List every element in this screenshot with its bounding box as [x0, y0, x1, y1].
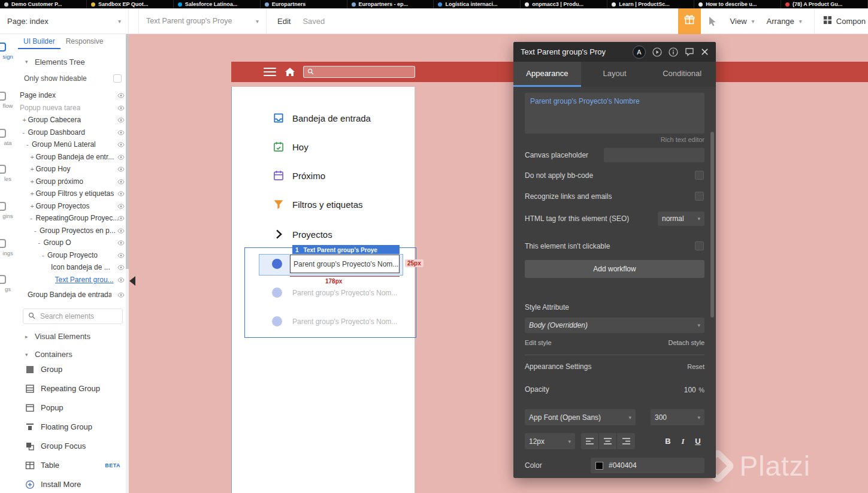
sidebar-collapse-handle[interactable]	[129, 276, 135, 286]
palette-item-repeating-group[interactable]: Repeating Group	[16, 379, 129, 398]
view-menu[interactable]: View ▾	[724, 17, 761, 26]
selected-element-badge[interactable]: 1 Text Parent group's Proye	[292, 245, 400, 255]
browser-tab[interactable]: Sandbox EP Quot...	[87, 0, 174, 8]
tree-row[interactable]: + Group próximo	[16, 176, 129, 188]
page-selector[interactable]: Page: index ▾	[0, 8, 129, 34]
gift-button[interactable]	[678, 8, 701, 34]
sidebar-scrollbar-thumb[interactable]	[126, 34, 129, 269]
close-icon[interactable]	[701, 48, 709, 56]
menu-item-projects[interactable]: Proyectos	[232, 225, 415, 244]
comment-icon[interactable]	[685, 47, 694, 56]
browser-tab[interactable]: Logística internaci...	[434, 0, 521, 8]
browser-tab[interactable]: Europartners - ep...	[347, 0, 434, 8]
eye-icon[interactable]	[117, 117, 125, 123]
inspector-scrollb​ar-thumb[interactable]	[710, 132, 714, 317]
tab-appearance[interactable]: Appearance	[513, 62, 581, 87]
tree-row[interactable]: - Group Dashboard	[16, 126, 129, 139]
html-tag-select[interactable]: normal ▾	[658, 211, 704, 226]
left-nav-item[interactable]: gs	[0, 275, 16, 292]
avatar[interactable]: A	[633, 46, 646, 59]
italic-button[interactable]: I	[676, 433, 689, 449]
tree-row[interactable]: Text Parent grou...	[16, 274, 129, 286]
add-workflow-button[interactable]: Add workflow	[525, 260, 704, 278]
element-selector[interactable]: Text Parent group's Proye ▾	[138, 8, 267, 34]
tab-layout[interactable]: Layout	[581, 62, 649, 87]
left-nav-item[interactable]: gins	[0, 202, 16, 219]
eye-icon[interactable]	[117, 191, 125, 196]
left-nav-item[interactable]: ings	[0, 239, 16, 256]
elements-tree-header[interactable]: ▾ Elements Tree	[16, 56, 129, 67]
tree-row[interactable]: - Group Proyectos en p...	[16, 225, 129, 237]
browser-tab[interactable]: (78) A Product Gu...	[781, 0, 868, 8]
element-text-input[interactable]: Parent group's Proyecto's Nombre	[525, 93, 704, 134]
not-clickable-checkbox[interactable]	[695, 241, 704, 250]
search-elements-input[interactable]: Search elements	[23, 308, 123, 324]
expander-icon[interactable]: +	[31, 190, 36, 197]
palette-item-table[interactable]: Table BETA	[16, 456, 129, 475]
visual-elements-header[interactable]: ▸ Visual Elements	[16, 331, 129, 342]
only-show-hideable-checkbox[interactable]	[113, 74, 122, 83]
eye-icon[interactable]	[117, 130, 125, 135]
font-weight-select[interactable]: 300 ▾	[651, 409, 704, 425]
expander-icon[interactable]: +	[31, 178, 36, 185]
canvas-placeholder-input[interactable]	[604, 148, 704, 162]
tab-responsive[interactable]: Responsive	[61, 35, 109, 49]
eye-icon[interactable]	[117, 240, 125, 246]
expander-icon[interactable]: -	[31, 214, 36, 222]
eye-icon[interactable]	[117, 228, 125, 234]
detach-style-link[interactable]: Detach style	[668, 339, 704, 346]
left-nav-item[interactable]: les	[0, 165, 16, 182]
expander-icon[interactable]: +	[23, 116, 28, 123]
browser-tab[interactable]: How to describe u...	[694, 0, 781, 8]
bold-button[interactable]: B	[661, 433, 675, 449]
font-family-select[interactable]: App Font (Open Sans) ▾	[525, 409, 636, 425]
components-button[interactable]: Compon	[814, 8, 868, 34]
left-nav-item[interactable]: sign	[0, 43, 16, 60]
arrange-menu[interactable]: Arrange ▾	[761, 17, 808, 26]
left-nav-item[interactable]: flow	[0, 92, 16, 109]
reset-link[interactable]: Reset	[687, 363, 704, 370]
tree-row[interactable]: + Group Filtros y etiquetas	[16, 187, 129, 200]
tree-row[interactable]: Popup nueva tarea	[16, 102, 129, 114]
eye-icon[interactable]	[117, 277, 125, 283]
eye-icon[interactable]	[117, 292, 125, 298]
tree-row[interactable]: Group Bandeja de entrada	[16, 289, 129, 301]
sidebar-menu-group[interactable]: Bandeja de entrada Hoy Próximo Filtros y…	[231, 87, 415, 493]
align-right-button[interactable]	[617, 433, 635, 449]
underline-button[interactable]: U	[691, 433, 704, 449]
pointer-tool-icon[interactable]	[708, 16, 717, 26]
bb-code-checkbox[interactable]	[695, 171, 704, 180]
info-icon[interactable]	[669, 47, 678, 57]
palette-item-popup[interactable]: Popup	[16, 398, 129, 418]
eye-icon[interactable]	[117, 167, 125, 172]
eye-icon[interactable]	[117, 142, 125, 147]
expander-icon[interactable]: -	[23, 129, 28, 136]
palette-item-install-more[interactable]: Install More	[16, 475, 129, 493]
eye-icon[interactable]	[117, 265, 125, 270]
color-swatch[interactable]	[595, 462, 603, 470]
selected-text-element[interactable]: Parent group's Proyecto's Nom...	[290, 255, 400, 273]
browser-tab[interactable]: Learn | ProductSc...	[607, 0, 694, 8]
opacity-value[interactable]: 100	[684, 386, 696, 394]
browser-tab[interactable]: onpmacc3 | Produ...	[521, 0, 607, 8]
tree-row[interactable]: + Group Proyectos	[16, 200, 129, 213]
design-canvas[interactable]: Bandeja de entrada Hoy Próximo Filtros y…	[129, 34, 868, 493]
tree-row[interactable]: - RepeatingGroup Proyec...	[16, 212, 129, 225]
eye-icon[interactable]	[117, 216, 125, 221]
left-nav-item[interactable]: ata	[0, 129, 16, 146]
browser-tab[interactable]: Europartners	[261, 0, 347, 8]
menu-item-today[interactable]: Hoy	[232, 137, 415, 156]
expander-icon[interactable]: +	[31, 165, 36, 173]
palette-item-floating-group[interactable]: Floating Group	[16, 418, 129, 437]
app-search-input[interactable]	[303, 66, 415, 78]
edit-mode-label[interactable]: Edit	[277, 17, 291, 26]
tree-row[interactable]: + Group Cabecera	[16, 114, 129, 126]
tree-row[interactable]: + Group Bandeja de entr...	[16, 151, 129, 164]
play-icon[interactable]	[652, 47, 662, 57]
tree-row[interactable]: - Group O	[16, 237, 129, 249]
containers-header[interactable]: ▾ Containers	[16, 349, 129, 360]
tree-row[interactable]: + Group Hoy	[16, 163, 129, 176]
edit-style-link[interactable]: Edit style	[525, 339, 552, 346]
sidebar-scrollbar[interactable]	[126, 34, 129, 493]
tree-row[interactable]: Page index	[16, 89, 129, 102]
